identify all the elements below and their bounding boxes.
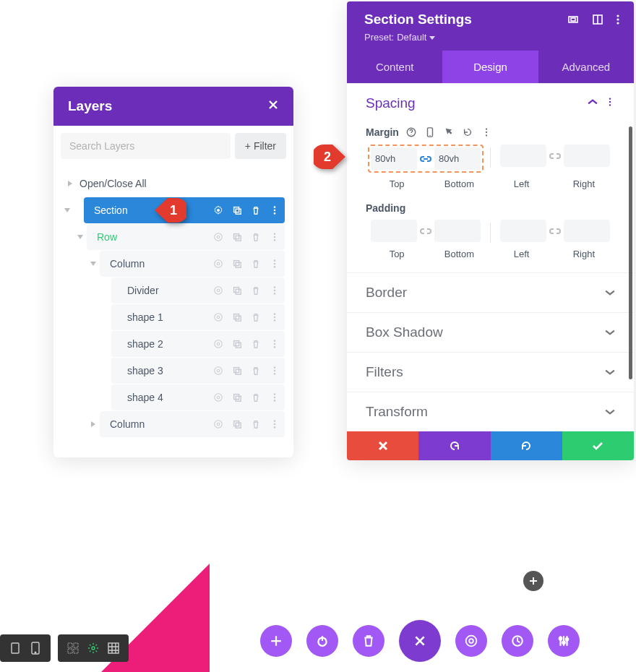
power-button[interactable] — [306, 625, 338, 657]
unlink-icon[interactable] — [420, 227, 431, 236]
help-icon[interactable] — [405, 126, 418, 139]
more-icon[interactable] — [266, 362, 283, 379]
trash-icon[interactable] — [247, 309, 265, 326]
tablet-icon[interactable] — [7, 640, 23, 656]
undo-button[interactable] — [418, 431, 490, 460]
snap-icon[interactable] — [592, 14, 603, 25]
margin-bottom-input[interactable] — [434, 147, 481, 170]
unlink-icon[interactable] — [549, 152, 561, 160]
more-icon[interactable] — [605, 97, 615, 110]
more-icon[interactable] — [266, 335, 283, 353]
chevron-down-icon[interactable] — [74, 234, 87, 240]
layer-module[interactable]: shape 1 — [111, 304, 285, 330]
duplicate-icon[interactable] — [228, 255, 246, 272]
gear-icon[interactable] — [210, 415, 227, 433]
tab-content[interactable]: Content — [347, 51, 442, 83]
duplicate-icon[interactable] — [228, 228, 246, 246]
more-icon[interactable] — [266, 415, 283, 433]
gear-icon[interactable] — [210, 228, 227, 246]
more-icon[interactable] — [266, 282, 283, 299]
box-shadow-section-head[interactable]: Box Shadow — [347, 313, 634, 352]
filters-section-head[interactable]: Filters — [347, 353, 634, 392]
trash-icon[interactable] — [247, 362, 265, 379]
trash-button[interactable] — [353, 625, 384, 657]
more-icon[interactable] — [266, 389, 283, 406]
layer-module[interactable]: shape 4 — [111, 384, 285, 410]
gear-icon[interactable] — [210, 309, 227, 326]
more-icon[interactable] — [266, 202, 283, 219]
padding-bottom-input[interactable] — [434, 220, 481, 242]
spacing-section-head[interactable]: Spacing — [347, 84, 634, 123]
tab-design[interactable]: Design — [442, 51, 538, 83]
chevron-up-icon[interactable] — [588, 97, 598, 110]
trash-icon[interactable] — [247, 202, 265, 219]
trash-icon[interactable] — [247, 389, 265, 406]
unlink-icon[interactable] — [549, 227, 561, 236]
sliders-button[interactable] — [548, 625, 580, 657]
trash-icon[interactable] — [247, 282, 265, 299]
search-input[interactable] — [61, 133, 231, 159]
duplicate-icon[interactable] — [228, 415, 246, 433]
layer-row[interactable]: Row — [87, 224, 285, 250]
close-builder-button[interactable] — [399, 620, 441, 662]
close-icon[interactable] — [267, 99, 279, 113]
duplicate-icon[interactable] — [228, 362, 246, 379]
save-button[interactable] — [562, 431, 634, 460]
margin-left-input[interactable] — [500, 145, 546, 167]
add-section-button[interactable] — [523, 571, 543, 591]
gear-icon[interactable] — [210, 389, 227, 406]
cancel-button[interactable] — [347, 431, 418, 460]
tab-advanced[interactable]: Advanced — [538, 51, 634, 83]
reset-icon[interactable] — [461, 126, 474, 139]
gear-icon[interactable] — [210, 362, 227, 379]
padding-right-input[interactable] — [564, 220, 610, 242]
open-close-all-row[interactable]: Open/Close All — [62, 171, 285, 197]
phone-icon[interactable] — [424, 126, 437, 139]
chevron-right-icon[interactable] — [64, 181, 77, 186]
more-icon[interactable] — [616, 14, 619, 25]
phone-icon[interactable] — [27, 640, 43, 656]
padding-top-input[interactable] — [371, 220, 417, 242]
scrollbar[interactable] — [629, 126, 632, 379]
trash-icon[interactable] — [247, 335, 265, 353]
more-icon[interactable] — [266, 309, 283, 326]
add-button[interactable] — [260, 625, 292, 657]
layer-column[interactable]: Column — [100, 251, 285, 277]
more-icon[interactable] — [266, 228, 283, 246]
duplicate-icon[interactable] — [228, 202, 246, 219]
layer-module[interactable]: shape 3 — [111, 358, 285, 384]
expand-icon[interactable] — [567, 14, 579, 25]
border-section-head[interactable]: Border — [347, 273, 634, 312]
more-icon[interactable] — [480, 126, 493, 139]
padding-left-input[interactable] — [500, 220, 546, 242]
duplicate-icon[interactable] — [228, 389, 246, 406]
gear-icon[interactable] — [210, 255, 227, 272]
redo-button[interactable] — [491, 431, 562, 460]
duplicate-icon[interactable] — [228, 282, 246, 299]
more-icon[interactable] — [266, 255, 283, 272]
wireframe-icon[interactable] — [65, 640, 81, 656]
gear-icon[interactable] — [210, 335, 227, 353]
trash-icon[interactable] — [247, 228, 265, 246]
history-button[interactable] — [502, 625, 533, 657]
trash-icon[interactable] — [247, 415, 265, 433]
preset-selector[interactable]: Preset: Default — [364, 32, 435, 43]
hover-icon[interactable] — [442, 126, 455, 139]
gear-icon[interactable] — [210, 282, 227, 299]
duplicate-icon[interactable] — [228, 309, 246, 326]
margin-right-input[interactable] — [564, 145, 610, 167]
chevron-down-icon[interactable] — [87, 261, 100, 267]
duplicate-icon[interactable] — [228, 335, 246, 353]
layer-module[interactable]: shape 2 — [111, 331, 285, 357]
transform-section-head[interactable]: Transform — [347, 392, 634, 431]
grid-icon[interactable] — [106, 640, 121, 656]
gear-icon[interactable] — [210, 202, 227, 219]
margin-top-input[interactable] — [371, 147, 417, 170]
layer-column[interactable]: Column — [100, 411, 285, 437]
click-icon[interactable] — [85, 640, 101, 656]
link-icon[interactable] — [420, 155, 431, 163]
chevron-right-icon[interactable] — [87, 421, 100, 427]
layer-module[interactable]: Divider — [111, 277, 285, 303]
settings-button[interactable] — [455, 625, 487, 657]
chevron-down-icon[interactable] — [61, 207, 74, 213]
